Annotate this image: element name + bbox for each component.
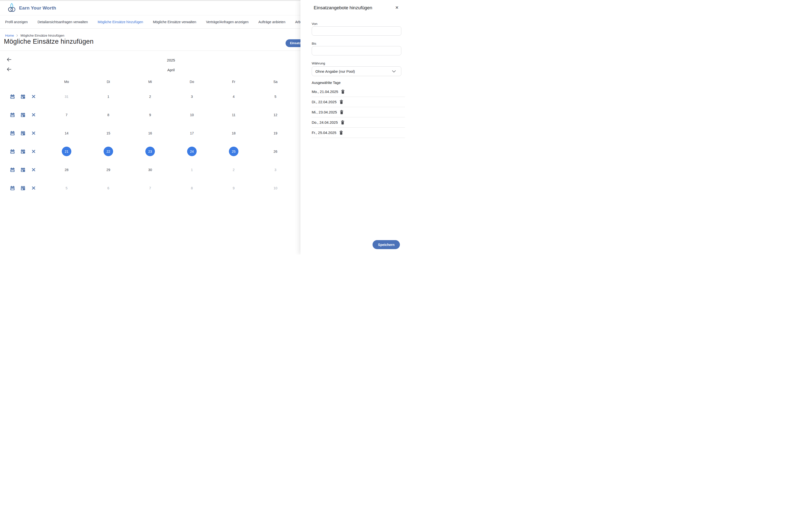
calendar-day-selected[interactable]: 21 [62, 147, 71, 156]
clear-row-icon[interactable] [31, 95, 36, 99]
calendar-day[interactable]: 3 [187, 92, 197, 101]
von-input[interactable] [312, 26, 401, 36]
calendar-day[interactable]: 4 [229, 92, 239, 101]
calendar-day[interactable]: 18 [229, 128, 239, 138]
calendar-week-icon[interactable] [10, 113, 15, 117]
clear-row-icon[interactable] [31, 131, 36, 135]
calendar-day[interactable]: 1 [103, 92, 113, 101]
calendar-day[interactable]: 2 [229, 165, 239, 174]
calendar-day[interactable]: 2 [145, 92, 155, 101]
trash-icon[interactable] [340, 100, 343, 104]
row-actions [0, 186, 46, 190]
day-cell: 12 [254, 106, 296, 124]
nav-item-5[interactable]: Aufträge anbieten [258, 20, 286, 24]
calendar-day[interactable]: 8 [103, 110, 113, 120]
clear-row-icon[interactable] [31, 149, 36, 154]
row-actions [0, 131, 46, 135]
brand-name: Earn Your Worth [19, 5, 56, 11]
calendar-day[interactable]: 10 [271, 183, 280, 193]
calendar-day-icon[interactable] [21, 113, 25, 117]
calendar-week-icon[interactable] [10, 186, 15, 190]
nav-item-4[interactable]: Verträge/Anfragen anzeigen [206, 20, 248, 24]
selected-day-label: Di., 22.04.2025 [312, 100, 337, 104]
calendar-day[interactable]: 29 [103, 165, 113, 174]
calendar-day-icon[interactable] [21, 131, 25, 135]
day-cell: 30 [129, 161, 171, 179]
calendar-day[interactable]: 9 [145, 110, 155, 120]
currency-select[interactable]: Ohne Angabe (nur Pool) [312, 66, 401, 76]
calendar-week-icon[interactable] [10, 131, 15, 135]
calendar-week-icon[interactable] [10, 149, 15, 154]
nav-item-0[interactable]: Profil anzeigen [5, 20, 28, 24]
selected-day-label: Fr., 25.04.2025 [312, 131, 336, 135]
calendar-day[interactable]: 5 [62, 183, 71, 193]
calendar-day[interactable]: 12 [271, 110, 280, 120]
calendar-week-row: 212223242526 [0, 142, 296, 161]
calendar-day[interactable]: 14 [62, 128, 71, 138]
calendar-week-icon[interactable] [10, 95, 15, 99]
calendar-day-selected[interactable]: 23 [145, 147, 155, 156]
clear-row-icon[interactable] [31, 113, 36, 117]
day-cell: 25 [213, 142, 254, 161]
breadcrumb-home-link[interactable]: Home [5, 34, 14, 37]
calendar-day-selected[interactable]: 22 [103, 147, 113, 156]
calendar-day[interactable]: 8 [187, 183, 197, 193]
calendar-day[interactable]: 10 [187, 110, 197, 120]
calendar-day[interactable]: 6 [103, 183, 113, 193]
calendar-year: 2025 [0, 58, 342, 62]
trash-icon[interactable] [339, 131, 343, 135]
calendar-day[interactable]: 5 [271, 92, 280, 101]
calendar-day[interactable]: 11 [229, 110, 239, 120]
weekday-header: Sa [254, 80, 296, 84]
calendar-day[interactable]: 31 [62, 92, 71, 101]
calendar-day[interactable]: 28 [62, 165, 71, 174]
save-button[interactable]: Speichern [373, 240, 400, 249]
chevron-down-icon [392, 70, 396, 72]
calendar-day-icon[interactable] [21, 168, 25, 172]
calendar-day[interactable]: 3 [271, 165, 280, 174]
bis-label: Bis [312, 42, 316, 45]
day-cell: 17 [171, 124, 213, 142]
calendar-rows: 3112345789101112141516171819212223242526… [0, 87, 296, 197]
calendar-day[interactable]: 15 [103, 128, 113, 138]
calendar-day-icon[interactable] [21, 186, 25, 190]
clear-row-icon[interactable] [31, 186, 36, 190]
calendar-day-icon[interactable] [21, 149, 25, 154]
trash-icon[interactable] [341, 120, 344, 125]
nav-item-3[interactable]: Mögliche Einsätze verwalten [153, 20, 196, 24]
calendar-day[interactable]: 7 [62, 110, 71, 120]
calendar-day[interactable]: 17 [187, 128, 197, 138]
clear-row-icon[interactable] [31, 168, 36, 172]
selected-day-label: Mi., 23.04.2025 [312, 110, 337, 114]
day-cell: 1 [171, 161, 213, 179]
calendar-week-icon[interactable] [10, 168, 15, 172]
selected-day-label: Mo., 21.04.2025 [312, 90, 338, 94]
calendar-day[interactable]: 16 [145, 128, 155, 138]
trash-icon[interactable] [340, 110, 343, 114]
calendar-day[interactable]: 9 [229, 183, 239, 193]
close-icon[interactable]: ✕ [395, 6, 399, 10]
calendar-week-row: 3112345 [0, 87, 296, 106]
nav-item-2[interactable]: Mögliche Einsätze hinzufügen [98, 20, 143, 24]
brand: Earn Your Worth [7, 3, 56, 13]
bis-input[interactable] [312, 46, 401, 56]
calendar-day[interactable]: 30 [145, 165, 155, 174]
calendar-day[interactable]: 19 [271, 128, 280, 138]
weekday-header-row: MoDiMiDoFrSa [0, 80, 296, 84]
nav-item-1[interactable]: Detailansichtsanfragen verwalten [38, 20, 88, 24]
calendar-day-selected[interactable]: 25 [229, 147, 239, 156]
calendar-day-icon[interactable] [21, 95, 25, 99]
calendar-week-row: 282930123 [0, 161, 296, 179]
day-cell: 2 [129, 87, 171, 106]
weekday-header: Di [88, 80, 129, 84]
trash-icon[interactable] [341, 90, 345, 94]
breadcrumb-current: Mögliche Einsätze hinzufügen [21, 34, 64, 37]
calendar-day[interactable]: 7 [145, 183, 155, 193]
day-cell: 15 [88, 124, 129, 142]
calendar-day[interactable]: 26 [271, 147, 280, 156]
breadcrumb-chevron-icon [17, 34, 18, 37]
side-panel: Einsatzangebote hinzufügen ✕ Von Bis Wäh… [301, 0, 406, 254]
row-actions [0, 168, 46, 172]
calendar-day-selected[interactable]: 24 [187, 147, 197, 156]
calendar-day[interactable]: 1 [187, 165, 197, 174]
